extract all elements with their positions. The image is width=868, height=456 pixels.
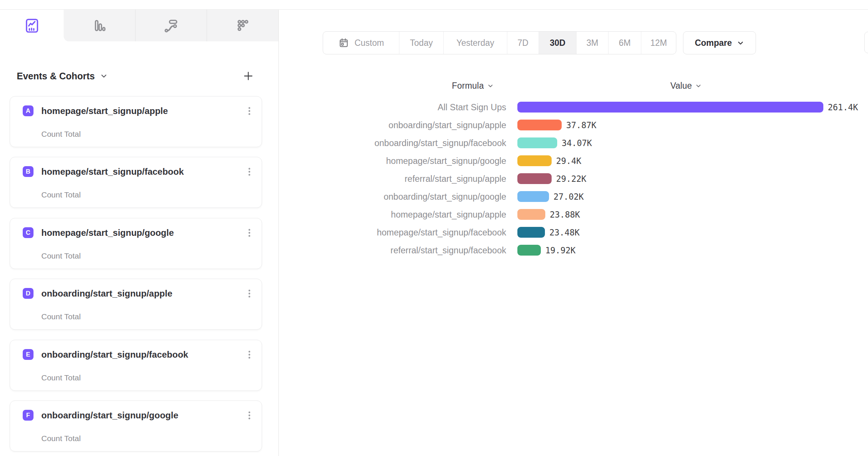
bar-chart-icon (92, 18, 107, 34)
chevron-down-icon (695, 83, 702, 89)
date-range-label: 6M (619, 38, 631, 48)
report-main-area: CustomTodayYesterday7D30D3M6M12M Compare… (279, 10, 868, 456)
chart-row-label: All Start Sign Ups (279, 102, 506, 113)
kebab-menu-icon[interactable] (245, 410, 254, 421)
events-cohorts-header: Events & Cohorts (17, 69, 255, 83)
chart-row-label: onboarding/start_signup/facebook (279, 137, 506, 149)
chart-bar[interactable] (517, 137, 557, 148)
chart-row-label: onboarding/start_signup/apple (279, 120, 506, 131)
chart-row-label: homepage/start_signup/google (279, 155, 506, 167)
event-letter-badge: B (23, 166, 33, 177)
chart-bar[interactable] (517, 102, 823, 113)
top-strip (0, 0, 868, 10)
chart-row-value: 19.92K (545, 245, 575, 256)
formula-header-label: Formula (452, 81, 484, 91)
chart-row-value: 27.02K (553, 191, 584, 202)
chevron-down-icon (737, 39, 744, 47)
event-card-f[interactable]: F onboarding/start_signup/google Count T… (10, 400, 262, 452)
kebab-menu-icon[interactable] (245, 105, 254, 117)
event-name: homepage/start_signup/facebook (41, 166, 184, 177)
event-card-d[interactable]: D onboarding/start_signup/apple Count To… (10, 279, 262, 330)
event-card-c[interactable]: C homepage/start_signup/google Count Tot… (10, 218, 262, 269)
formula-column-header[interactable]: Formula (452, 80, 494, 91)
chart-row-value: 29.4K (556, 155, 581, 167)
event-measure[interactable]: Count Total (41, 312, 81, 322)
value-column-header[interactable]: Value (670, 80, 702, 91)
report-type-tabbar (0, 10, 278, 41)
chart-row-value: 23.88K (550, 209, 580, 220)
calendar-icon (338, 37, 350, 49)
date-range-label: Today (410, 38, 433, 48)
chart-row-value: 261.4K (828, 102, 858, 113)
date-range-custom[interactable]: Custom (323, 32, 399, 54)
tab-flows-report[interactable] (135, 10, 207, 41)
app-window: Events & Cohorts A homepage/start_signup… (0, 0, 868, 456)
chart-bar[interactable] (517, 191, 549, 202)
value-header-label: Value (670, 81, 692, 91)
edge-cutoff-button[interactable] (864, 32, 868, 53)
event-name: homepage/start_signup/apple (41, 105, 168, 117)
grid-dots-icon (235, 18, 250, 34)
tab-insights[interactable] (0, 10, 64, 41)
chart-bar[interactable] (517, 245, 541, 256)
chart-row-label: homepage/start_signup/facebook (279, 227, 506, 238)
event-letter-badge: D (23, 288, 33, 299)
event-letter-badge: A (23, 105, 33, 116)
date-range-30d[interactable]: 30D (539, 32, 576, 54)
chevron-down-icon (487, 83, 494, 89)
chart-row-label: referral/start_signup/apple (279, 173, 506, 184)
date-range-label: 7D (517, 38, 528, 48)
event-name: onboarding/start_signup/facebook (41, 349, 188, 360)
date-range-label: Yesterday (456, 38, 494, 48)
date-range-control: CustomTodayYesterday7D30D3M6M12M (323, 31, 676, 54)
event-measure[interactable]: Count Total (41, 251, 81, 261)
line-chart-icon (24, 18, 40, 34)
kebab-menu-icon[interactable] (245, 349, 254, 360)
inactive-tabs-group (64, 10, 278, 41)
chart-row-value: 37.87K (566, 120, 596, 131)
flow-icon (163, 18, 179, 34)
add-event-button[interactable] (242, 69, 255, 83)
date-range-label: 30D (550, 38, 565, 48)
event-card-a[interactable]: A homepage/start_signup/apple Count Tota… (10, 96, 262, 147)
date-range-label: 3M (587, 38, 599, 48)
chart-bar[interactable] (517, 227, 545, 238)
event-measure[interactable]: Count Total (41, 434, 81, 443)
event-measure[interactable]: Count Total (41, 190, 81, 200)
date-range-label: Custom (354, 38, 384, 48)
chart-bar[interactable] (517, 173, 552, 184)
event-card-b[interactable]: B homepage/start_signup/facebook Count T… (10, 157, 262, 208)
chart-bar[interactable] (517, 155, 552, 166)
event-measure[interactable]: Count Total (41, 129, 81, 139)
chart-row-value: 29.22K (556, 173, 586, 184)
date-range-3m[interactable]: 3M (576, 32, 608, 54)
chevron-down-icon (100, 72, 108, 80)
event-name: onboarding/start_signup/apple (41, 288, 172, 299)
chart-row-value: 23.48K (549, 227, 580, 238)
events-cohorts-label: Events & Cohorts (17, 71, 95, 82)
date-range-7d[interactable]: 7D (507, 32, 539, 54)
chart-row-label: onboarding/start_signup/google (279, 191, 506, 202)
event-measure[interactable]: Count Total (41, 373, 81, 383)
date-range-yesterday[interactable]: Yesterday (443, 32, 507, 54)
compare-button[interactable]: Compare (683, 31, 756, 54)
tab-retention-report[interactable] (207, 10, 278, 41)
chart-row-label: referral/start_signup/facebook (279, 245, 506, 256)
date-range-12m[interactable]: 12M (641, 32, 676, 54)
date-range-6m[interactable]: 6M (608, 32, 641, 54)
event-card-e[interactable]: E onboarding/start_signup/facebook Count… (10, 340, 262, 391)
chart-row-value: 34.07K (562, 137, 592, 149)
event-letter-badge: C (23, 227, 33, 238)
chart-bar[interactable] (517, 120, 562, 130)
kebab-menu-icon[interactable] (245, 288, 254, 299)
event-name: onboarding/start_signup/google (41, 410, 178, 421)
kebab-menu-icon[interactable] (245, 166, 254, 177)
tab-bar-report[interactable] (64, 10, 135, 41)
date-range-label: 12M (650, 38, 667, 48)
events-cohorts-title[interactable]: Events & Cohorts (17, 71, 108, 82)
plus-icon (242, 70, 254, 82)
date-range-today[interactable]: Today (399, 32, 443, 54)
chart-bar[interactable] (517, 209, 545, 220)
kebab-menu-icon[interactable] (245, 227, 254, 238)
query-sidebar: Events & Cohorts A homepage/start_signup… (0, 10, 279, 456)
